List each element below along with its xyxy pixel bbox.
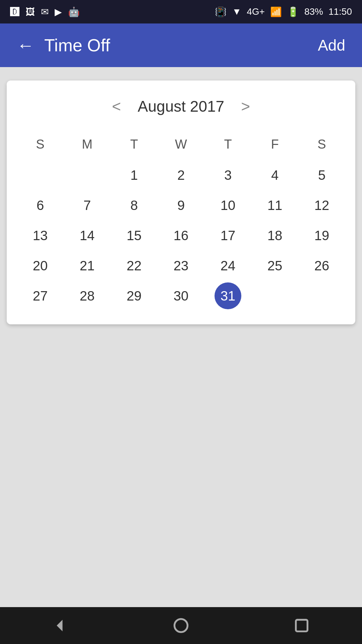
day-header-tue: T: [111, 132, 158, 160]
calendar-day-18[interactable]: 18: [251, 220, 298, 251]
calendar-day-8[interactable]: 8: [111, 190, 158, 220]
svg-point-1: [175, 619, 188, 632]
calendar-day-empty: [17, 160, 64, 190]
mail-icon: ✉: [41, 6, 49, 17]
wifi-icon: ▼: [232, 6, 241, 17]
vibrate-icon: 📳: [215, 6, 227, 17]
calendar-day-10[interactable]: 10: [204, 190, 251, 220]
day-header-thu: T: [204, 132, 251, 160]
app-icon-dd: 🅳: [10, 6, 19, 17]
calendar-day-30[interactable]: 30: [158, 281, 204, 311]
calendar-day-11[interactable]: 11: [251, 190, 298, 220]
calendar-day-13[interactable]: 13: [17, 220, 64, 251]
day-header-fri: F: [251, 132, 298, 160]
status-info-right: 📳 ▼ 4G+ 📶 🔋 83% 11:50: [215, 6, 352, 17]
calendar-month-year: August 2017: [138, 97, 224, 115]
play-icon: ▶: [55, 6, 62, 17]
battery-icon: 🔋: [287, 6, 299, 17]
calendar-day-24[interactable]: 24: [204, 251, 251, 281]
calendar-day-15[interactable]: 15: [111, 220, 158, 251]
android-icon: 🤖: [68, 6, 80, 17]
calendar-day-9[interactable]: 9: [158, 190, 204, 220]
calendar-day-29[interactable]: 29: [111, 281, 158, 311]
calendar-header: < August 2017 >: [17, 94, 345, 119]
calendar-day-4[interactable]: 4: [251, 160, 298, 190]
app-bar: ← Time Off Add: [0, 23, 362, 67]
calendar-day-1[interactable]: 1: [111, 160, 158, 190]
calendar-day-23[interactable]: 23: [158, 251, 204, 281]
day-header-sat: S: [298, 132, 345, 160]
day-header-wed: W: [158, 132, 204, 160]
calendar-day-6[interactable]: 6: [17, 190, 64, 220]
recents-square-icon: [293, 617, 310, 634]
prev-month-button[interactable]: <: [109, 94, 124, 119]
calendar-day-7[interactable]: 7: [64, 190, 111, 220]
calendar-day-12[interactable]: 12: [298, 190, 345, 220]
calendar-day-empty: [298, 281, 345, 311]
calendar-day-empty: [251, 281, 298, 311]
calendar-day-2[interactable]: 2: [158, 160, 204, 190]
signal-bars: 📶: [270, 6, 282, 17]
calendar-day-22[interactable]: 22: [111, 251, 158, 281]
image-icon: 🖼: [25, 6, 35, 17]
calendar-card: < August 2017 > S M T W T F S 1 2 3 4 5 …: [7, 80, 355, 324]
battery-percent: 83%: [304, 6, 323, 17]
calendar-day-28[interactable]: 28: [64, 281, 111, 311]
calendar-day-3[interactable]: 3: [204, 160, 251, 190]
calendar-day-26[interactable]: 26: [298, 251, 345, 281]
day-header-mon: M: [64, 132, 111, 160]
nav-home-button[interactable]: [168, 612, 194, 639]
next-month-button[interactable]: >: [238, 94, 253, 119]
calendar-day-27[interactable]: 27: [17, 281, 64, 311]
nav-recents-button[interactable]: [288, 612, 315, 639]
status-bar: 🅳 🖼 ✉ ▶ 🤖 📳 ▼ 4G+ 📶 🔋 83% 11:50: [0, 0, 362, 23]
clock: 11:50: [328, 6, 352, 17]
back-button[interactable]: ←: [13, 32, 38, 59]
calendar-grid: S M T W T F S 1 2 3 4 5 6 7 8 9 10 11 12…: [17, 132, 345, 311]
page-title: Time Off: [44, 35, 314, 55]
status-icons-left: 🅳 🖼 ✉ ▶ 🤖: [10, 6, 80, 17]
main-content: < August 2017 > S M T W T F S 1 2 3 4 5 …: [0, 67, 362, 607]
svg-rect-2: [296, 620, 308, 632]
back-triangle-icon: [52, 617, 69, 634]
signal-icon: 4G+: [247, 6, 265, 17]
calendar-day-19[interactable]: 19: [298, 220, 345, 251]
calendar-day-17[interactable]: 17: [204, 220, 251, 251]
calendar-day-31[interactable]: 31: [204, 281, 251, 311]
calendar-day-5[interactable]: 5: [298, 160, 345, 190]
calendar-day-25[interactable]: 25: [251, 251, 298, 281]
svg-marker-0: [57, 620, 62, 632]
calendar-day-empty: [64, 160, 111, 190]
calendar-day-16[interactable]: 16: [158, 220, 204, 251]
calendar-day-21[interactable]: 21: [64, 251, 111, 281]
calendar-day-20[interactable]: 20: [17, 251, 64, 281]
home-circle-icon: [172, 617, 190, 634]
add-button[interactable]: Add: [314, 33, 349, 58]
day-header-sun: S: [17, 132, 64, 160]
calendar-day-14[interactable]: 14: [64, 220, 111, 251]
nav-bar: [0, 607, 362, 644]
nav-back-button[interactable]: [47, 612, 74, 639]
